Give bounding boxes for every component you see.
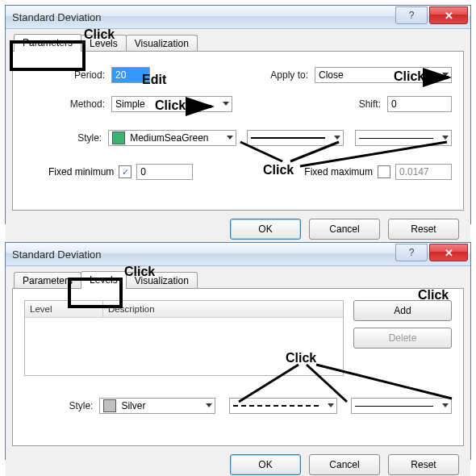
dialog-body: Parameters Levels Visualization Level De…	[6, 266, 470, 476]
panel-parameters: Period: Apply to: Close Method: Simple S…	[12, 51, 464, 211]
fixedmax-input[interactable]	[395, 164, 452, 180]
method-label: Method:	[24, 98, 111, 110]
close-icon: ✕	[445, 247, 453, 259]
reset-button[interactable]: Reset	[388, 219, 459, 240]
style-width-combo[interactable]	[355, 130, 452, 146]
style-width-combo[interactable]	[351, 398, 452, 414]
style-label: Style:	[24, 400, 99, 411]
shift-input[interactable]	[387, 96, 452, 112]
dialog-title: Standard Deviation	[12, 248, 102, 261]
dialog-parameters: Standard Deviation ? ✕ Parameters Levels…	[5, 5, 471, 224]
reset-button[interactable]: Reset	[388, 454, 459, 475]
list-header: Level Description	[25, 301, 343, 318]
applyto-combo[interactable]: Close	[315, 67, 452, 83]
close-button[interactable]: ✕	[429, 6, 468, 24]
help-button[interactable]: ?	[395, 244, 428, 261]
period-label: Period:	[24, 69, 111, 81]
style-label: Style:	[24, 132, 108, 144]
chevron-down-icon	[328, 403, 334, 407]
line-dashed-icon	[233, 405, 319, 407]
line-solid-icon	[251, 137, 325, 139]
button-row: OK Cancel Reset	[12, 446, 464, 476]
fixedmax-checkbox[interactable]	[378, 165, 390, 178]
style-color-combo[interactable]: Silver	[99, 398, 215, 414]
chevron-down-icon	[442, 403, 449, 407]
delete-button[interactable]: Delete	[353, 328, 452, 349]
style-color-combo[interactable]: MediumSeaGreen	[108, 130, 236, 146]
levels-list[interactable]: Level Description	[24, 300, 344, 376]
tab-levels[interactable]: Levels	[81, 271, 127, 289]
fixedmin-input[interactable]	[136, 164, 193, 180]
close-button[interactable]: ✕	[429, 244, 468, 261]
close-icon: ✕	[445, 10, 453, 22]
dialog-body: Parameters Levels Visualization Period: …	[6, 29, 470, 251]
cancel-button[interactable]: Cancel	[309, 454, 380, 475]
color-swatch	[103, 399, 116, 412]
tab-strip: Parameters Levels Visualization	[14, 34, 464, 52]
chevron-down-icon	[206, 403, 212, 407]
fixedmin-label: Fixed minimum	[48, 166, 114, 177]
applyto-label: Apply to:	[252, 69, 315, 81]
chevron-down-icon	[227, 136, 233, 140]
chevron-down-icon	[442, 73, 449, 77]
period-input[interactable]	[111, 67, 150, 83]
method-combo[interactable]: Simple	[111, 96, 232, 112]
chevron-down-icon	[223, 102, 229, 106]
titlebar: Standard Deviation ? ✕	[6, 6, 470, 29]
tab-strip: Parameters Levels Visualization	[14, 271, 464, 289]
side-buttons: Add Delete	[353, 300, 452, 376]
dialog-title: Standard Deviation	[12, 11, 102, 23]
line-width-icon	[355, 406, 433, 407]
dialog-levels: Standard Deviation ? ✕ Parameters Levels…	[5, 242, 471, 460]
shift-label: Shift:	[324, 98, 387, 110]
panel-levels: Level Description Add Delete Style: Silv…	[12, 288, 464, 446]
add-button[interactable]: Add	[353, 300, 452, 321]
tab-levels[interactable]: Levels	[81, 35, 127, 52]
col-description: Description	[103, 304, 155, 314]
style-color-name: MediumSeaGreen	[130, 132, 208, 144]
method-value: Simple	[115, 98, 145, 110]
chevron-down-icon	[334, 136, 340, 140]
help-icon: ?	[409, 247, 415, 258]
titlebar: Standard Deviation ? ✕	[6, 243, 470, 266]
applyto-value: Close	[319, 69, 344, 81]
tab-parameters[interactable]: Parameters	[14, 272, 81, 289]
button-row: OK Cancel Reset	[12, 211, 464, 244]
help-button[interactable]: ?	[395, 6, 428, 24]
cancel-button[interactable]: Cancel	[309, 219, 380, 240]
tab-visualization[interactable]: Visualization	[126, 272, 198, 289]
fixedmax-label: Fixed maximum	[304, 166, 373, 177]
style-line-combo[interactable]	[247, 130, 344, 146]
ok-button[interactable]: OK	[230, 219, 301, 240]
help-icon: ?	[409, 10, 415, 21]
tab-parameters[interactable]: Parameters	[14, 34, 81, 52]
style-line-combo[interactable]	[229, 398, 337, 414]
line-width-icon	[359, 138, 433, 139]
ok-button[interactable]: OK	[230, 454, 301, 475]
fixedmin-checkbox[interactable]: ✓	[119, 165, 132, 178]
style-color-name: Silver	[121, 400, 145, 411]
color-swatch	[112, 132, 125, 144]
chevron-down-icon	[442, 136, 449, 140]
col-level: Level	[25, 301, 103, 317]
tab-visualization[interactable]: Visualization	[126, 35, 198, 52]
